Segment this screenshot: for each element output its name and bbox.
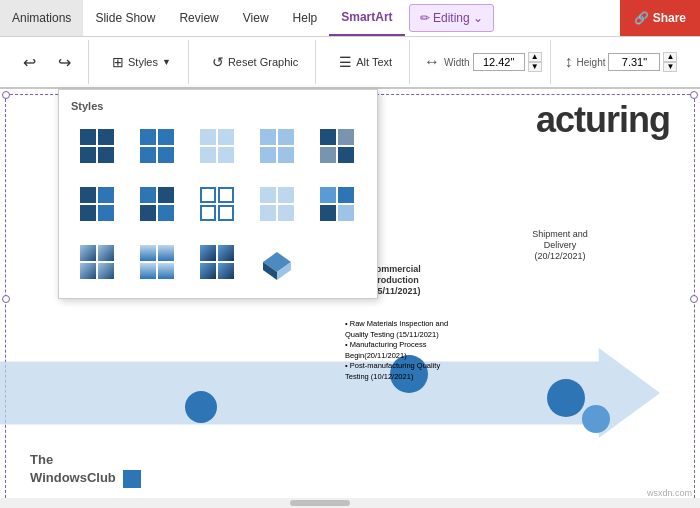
style-item-7[interactable] [131, 178, 183, 230]
style-item-6[interactable] [71, 178, 123, 230]
styles-chevron-icon: ▼ [162, 57, 171, 67]
ribbon: ↩ ↪ ⊞ Styles ▼ ↺ Reset Graphic ☰ Alt Tex… [0, 37, 700, 89]
ribbon-width-group: ↔ Width ▲ ▼ [416, 40, 550, 84]
menu-view[interactable]: View [231, 0, 281, 36]
menu-animations[interactable]: Animations [0, 0, 83, 36]
ribbon-height-group: ↕ Height ▲ ▼ [557, 40, 686, 84]
watermark-icon [123, 470, 141, 488]
height-up-arrow[interactable]: ▲ [663, 52, 677, 62]
circle-node-4 [582, 405, 610, 433]
circle-node-1 [185, 391, 217, 423]
styles-dropdown: Styles [58, 89, 378, 299]
alt-text-button[interactable]: ☰ Alt Text [330, 49, 401, 75]
styles-panel-title: Styles [71, 100, 365, 112]
bullet-list-container: Raw Materials Inspection and Quality Tes… [345, 319, 450, 382]
height-icon: ↕ [565, 53, 573, 71]
height-spinner[interactable]: ▲ ▼ [663, 52, 677, 72]
width-label: Width [444, 57, 470, 68]
width-spinner[interactable]: ▲ ▼ [528, 52, 542, 72]
style-item-12[interactable] [131, 236, 183, 288]
undo-button[interactable]: ↩ [14, 48, 45, 77]
menu-smartart[interactable]: SmartArt [329, 0, 404, 36]
editing-button[interactable]: ✏ Editing ⌄ [409, 4, 494, 32]
style-item-8[interactable] [191, 178, 243, 230]
bullet-item-1: Raw Materials Inspection and Quality Tes… [345, 319, 450, 340]
menu-help[interactable]: Help [281, 0, 330, 36]
width-up-arrow[interactable]: ▲ [528, 52, 542, 62]
style-item-10[interactable] [311, 178, 363, 230]
reset-graphic-button[interactable]: ↺ Reset Graphic [203, 49, 307, 75]
width-icon: ↔ [424, 53, 440, 71]
style-item-15[interactable] [311, 236, 363, 288]
share-button[interactable]: 🔗 Share [620, 0, 700, 36]
height-input[interactable] [608, 53, 660, 71]
ribbon-alttext-group: ☰ Alt Text [322, 40, 410, 84]
reset-icon: ↺ [212, 54, 224, 70]
style-item-5[interactable] [311, 120, 363, 172]
menu-bar: Animations Slide Show Review View Help S… [0, 0, 700, 37]
style-item-13[interactable] [191, 236, 243, 288]
style-item-1[interactable] [71, 120, 123, 172]
ribbon-styles-group: ⊞ Styles ▼ [95, 40, 189, 84]
menu-slideshow[interactable]: Slide Show [83, 0, 167, 36]
style-item-2[interactable] [131, 120, 183, 172]
width-input[interactable] [473, 53, 525, 71]
bullet-item-3: Post-manufacturing Quality Testing (10/1… [345, 361, 450, 382]
height-label: Height [577, 57, 606, 68]
undo-icon: ↩ [23, 53, 36, 72]
slide-title: acturing [536, 99, 670, 141]
ribbon-undoredo-group: ↩ ↪ [6, 40, 89, 84]
width-down-arrow[interactable]: ▼ [528, 62, 542, 72]
ribbon-reset-group: ↺ Reset Graphic [195, 40, 316, 84]
alttext-icon: ☰ [339, 54, 352, 70]
share-icon: 🔗 [634, 11, 649, 25]
menu-review[interactable]: Review [167, 0, 230, 36]
redo-icon: ↪ [58, 53, 71, 72]
height-down-arrow[interactable]: ▼ [663, 62, 677, 72]
style-item-4[interactable] [251, 120, 303, 172]
styles-button[interactable]: ⊞ Styles ▼ [103, 49, 180, 75]
style-item-11[interactable] [71, 236, 123, 288]
height-field: Height ▲ ▼ [577, 52, 678, 72]
bullet-list: Raw Materials Inspection and Quality Tes… [345, 319, 450, 382]
style-item-3[interactable] [191, 120, 243, 172]
horizontal-scrollbar[interactable] [0, 498, 700, 508]
style-item-14[interactable] [251, 236, 303, 288]
scrollbar-thumb[interactable] [290, 500, 350, 506]
styles-grid [71, 120, 365, 288]
wsxdn-label: wsxdn.com [647, 488, 692, 498]
width-field: Width ▲ ▼ [444, 52, 541, 72]
redo-button[interactable]: ↪ [49, 48, 80, 77]
styles-icon: ⊞ [112, 54, 124, 70]
node-label-3: Shipment andDelivery(20/12/2021) [510, 229, 610, 261]
style-item-9[interactable] [251, 178, 303, 230]
watermark: The WindowsClub [30, 451, 141, 488]
bullet-item-2: Manufacturing Process Begin(20/11/2021) [345, 340, 450, 361]
circle-node-3 [547, 379, 585, 417]
